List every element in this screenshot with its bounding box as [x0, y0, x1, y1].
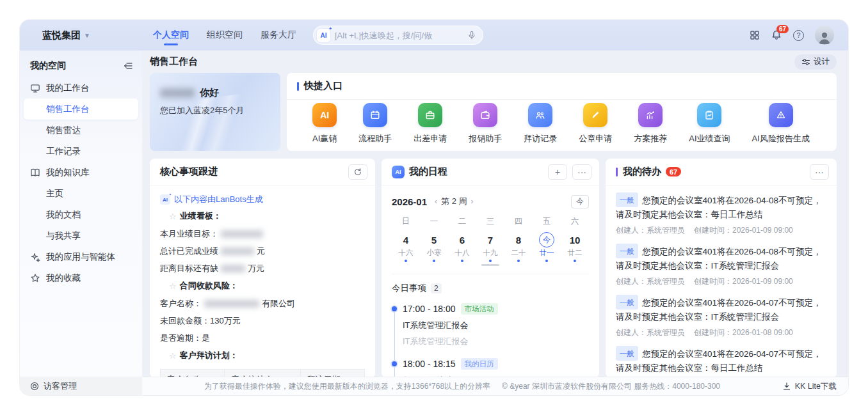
redacted-value [221, 230, 263, 238]
event-item[interactable]: 18:00 - 18:15 我的日历 每日工作总结 [403, 358, 589, 377]
calendar-day[interactable]: 4 十六 [392, 231, 420, 263]
sidebar-item-my-apps-agents[interactable]: 我的应用与智能体 [20, 246, 142, 267]
redacted-value [221, 265, 245, 272]
people-icon [528, 103, 552, 127]
briefcase-icon [418, 103, 442, 127]
sidebar-item-my-knowledge-base[interactable]: 我的知识库 [20, 162, 142, 183]
star-bullet-icon: ☆ [169, 351, 177, 361]
todo-title: 我的待办 [623, 166, 661, 178]
today-items-label: 今日事项 [392, 283, 426, 294]
sidebar-item-my-workbench[interactable]: 我的工作台 [20, 77, 142, 98]
sparkle-icon [30, 252, 40, 262]
sidebar-item-my-favorites[interactable]: 我的收藏 [20, 267, 142, 288]
event-tag: 市场活动 [461, 303, 498, 315]
event-dot [545, 260, 548, 262]
sidebar-item-shared-with-me[interactable]: 与我共享 [20, 225, 142, 246]
footer: 访客管理 为了获得最佳操作体验，建议您使用最新版本的浏览器，支持1366*768… [20, 377, 848, 395]
next-week-icon[interactable]: › [471, 197, 474, 206]
timeline-line [394, 309, 396, 377]
sidebar-collapse-icon[interactable] [123, 61, 133, 71]
calendar-day[interactable]: 8 二十 [504, 231, 533, 263]
perf-target-line: 本月业绩目标： [160, 225, 365, 242]
sidebar-title: 我的空间 [30, 60, 66, 72]
quick-entry-expense-assistant[interactable]: 报销助手 [469, 103, 502, 145]
kk-lite-download[interactable]: KK Lite下载 [782, 381, 848, 392]
user-avatar[interactable] [815, 26, 834, 45]
todo-card: 我的待办 67 ··· 一般您预定的会议室401将在2026-04-08不可预定… [606, 159, 837, 377]
calendar-month: 2026-01 [392, 196, 427, 207]
schedule-more-button[interactable]: ··· [572, 164, 591, 180]
event-dot [405, 260, 407, 262]
download-icon [782, 382, 791, 391]
calendar-icon [363, 103, 387, 127]
quick-entry-ai-risk-report[interactable]: AI风险报告生成 [752, 103, 810, 145]
event-item[interactable]: 17:00 - 18:00 市场活动 IT系统管理汇报会 IT系统管理汇报会 [403, 303, 589, 347]
monitor-icon [30, 83, 40, 93]
topbar: 蓝悦集团 ▼ 个人空间 组织空间 服务大厅 AI [20, 20, 848, 51]
calendar-day[interactable]: 5 小寒 [420, 231, 448, 263]
priority-tag: 一般 [616, 244, 638, 258]
redacted-value [204, 300, 259, 308]
table-header: 客户名称 [161, 370, 225, 377]
greeting-joined: 您已加入蓝凌2年5个月 [160, 105, 270, 116]
tab-service-hall[interactable]: 服务大厅 [261, 21, 296, 49]
quick-entry-seal-application[interactable]: 公章申请 [579, 103, 612, 145]
clipboard-chart-icon [697, 103, 721, 127]
calendar-day-selected[interactable]: 7 十九 [476, 231, 504, 263]
sidebar-item-work-records[interactable]: 工作记录 [20, 141, 142, 162]
refresh-icon [353, 168, 362, 176]
visit-plan-table: 客户名称 客户接待人 拜访日期 [160, 369, 365, 377]
todo-more-button[interactable]: ··· [810, 164, 829, 180]
ai-generated-note: AI 以下内容由LanBots生成 [160, 192, 365, 207]
design-button[interactable]: 设计 [794, 54, 837, 70]
event-timeline: 17:00 - 18:00 市场活动 IT系统管理汇报会 IT系统管理汇报会 1… [392, 303, 589, 377]
risk-amount-line: 未回款金额：130万元 [160, 312, 365, 329]
performance-section-title: ☆ 业绩看板： [169, 207, 365, 225]
calendar-day[interactable]: 10 廿二 [561, 231, 589, 263]
priority-tag: 一般 [616, 192, 638, 207]
apps-grid-icon[interactable] [750, 30, 760, 40]
sidebar-item-sales-radar[interactable]: 销售雷达 [20, 120, 142, 141]
sidebar-item-home[interactable]: 主页 [20, 183, 142, 204]
sidebar: 我的空间 我的工作台 销售工作台 销售雷达 工作记录 我的知识 [20, 51, 142, 377]
refresh-button[interactable] [348, 164, 367, 180]
todo-item[interactable]: 一般您预定的会议室401将在2026-04-07不可预定，请及时预定其他会议室：… [616, 347, 826, 377]
visitor-management-button[interactable]: 访客管理 [20, 377, 142, 395]
quick-entry-plan-recommendation[interactable]: 方案推荐 [634, 103, 667, 145]
quick-entry-workflow-assistant[interactable]: 流程助手 [358, 103, 392, 145]
sidebar-item-my-documents[interactable]: 我的文档 [20, 204, 142, 225]
search-input[interactable] [335, 31, 467, 40]
ai-schedule-icon: AI [392, 166, 405, 178]
todo-item[interactable]: 一般您预定的会议室401将在2026-04-08不可预定，请及时预定其他会议室：… [616, 244, 826, 287]
quick-entry-ai-sales[interactable]: AI AI赢销 [312, 103, 337, 145]
add-event-button[interactable]: + [548, 164, 567, 180]
prev-week-icon[interactable]: ‹ [435, 197, 437, 206]
tab-personal-space[interactable]: 个人空间 [153, 21, 189, 49]
calendar-day-today[interactable]: 今 廿一 [533, 231, 561, 263]
perf-completed-line: 总计已完成业绩元 [160, 242, 365, 260]
todo-item[interactable]: 一般您预定的会议室401将在2026-04-07不可预定，请及时预定其他会议室：… [616, 295, 826, 338]
page-title: 销售工作台 [150, 56, 198, 68]
sidebar-item-sales-workbench[interactable]: 销售工作台 [24, 98, 138, 120]
notification-bell-icon[interactable]: 67 [771, 29, 782, 41]
warning-triangle-icon [769, 103, 793, 127]
quick-entry-ai-performance[interactable]: AI业绩查询 [689, 103, 730, 145]
timeline-dot [392, 361, 397, 366]
todo-item[interactable]: 一般您预定的会议室401将在2026-04-08不可预定，请及时预定其他会议室：… [616, 193, 826, 236]
tab-org-space[interactable]: 组织空间 [207, 21, 243, 49]
schedule-title: 我的日程 [409, 166, 447, 178]
target-icon [30, 382, 39, 391]
quick-entry-business-trip[interactable]: 出差申请 [414, 103, 447, 145]
today-button[interactable]: 今 [571, 195, 589, 208]
org-switcher[interactable]: 蓝悦集团 ▼ [42, 29, 131, 42]
event-dot [461, 260, 463, 262]
microphone-icon[interactable] [467, 31, 476, 40]
star-bullet-icon: ☆ [169, 281, 177, 291]
redacted-value [221, 247, 254, 255]
risk-section-title: ☆ 合同收款风险： [169, 277, 365, 295]
calendar-day[interactable]: 6 十八 [448, 231, 476, 263]
help-icon[interactable]: ? [793, 30, 804, 41]
sliders-icon [801, 58, 810, 67]
ai-search-bar[interactable]: AI [313, 26, 483, 45]
quick-entry-visit-records[interactable]: 拜访记录 [524, 103, 557, 145]
